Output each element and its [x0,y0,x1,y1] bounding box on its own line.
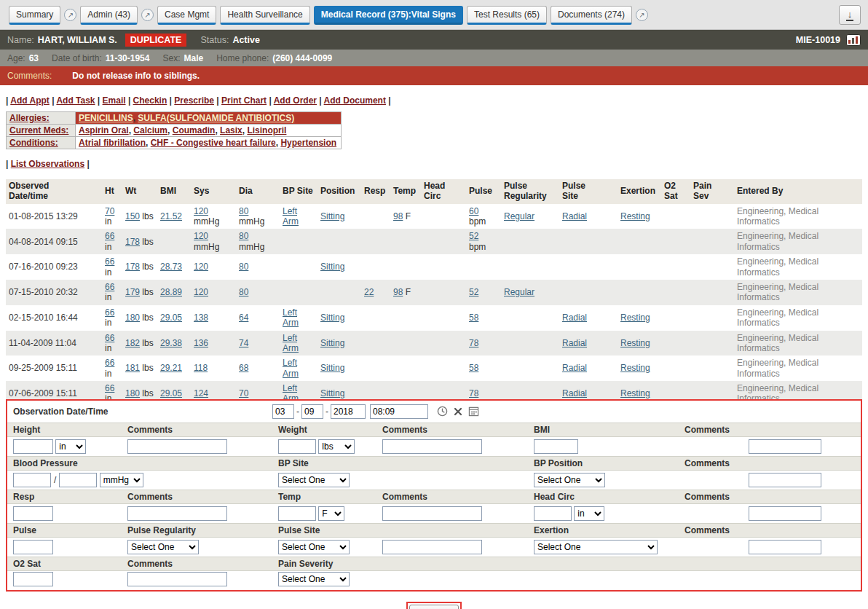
weight-comments-input[interactable] [382,439,482,454]
vital-value-link[interactable]: 74 [239,338,248,348]
exertion-select[interactable]: Select One [534,540,658,554]
vital-value-link[interactable]: 29.05 [160,388,182,398]
vital-value-link[interactable]: 179 [125,287,140,297]
summary-label-conditions[interactable]: Conditions: [9,138,58,148]
vital-value-link[interactable]: 98 [393,211,403,221]
popout-icon-admin-43[interactable]: ↗ [141,9,154,21]
tab-case-mgmt[interactable]: Case Mgmt [157,6,216,25]
vital-value-link[interactable]: 66 [105,256,114,267]
vital-value-link[interactable]: Resting [620,313,650,323]
vital-value-link[interactable]: 182 [125,338,140,348]
height-unit-select[interactable]: in [55,439,86,454]
duplicate-badge[interactable]: DUPLICATE [125,34,187,47]
calendar-icon[interactable] [468,406,479,417]
weight-input[interactable] [278,439,316,454]
vital-value-link[interactable]: 66 [105,358,114,368]
vital-value-link[interactable]: 138 [194,313,208,323]
head-circ-input[interactable] [534,506,572,521]
vital-value-link[interactable]: 98 [393,287,403,297]
summary-label-current-meds[interactable]: Current Meds: [9,125,68,135]
action-link-print-chart[interactable]: Print Chart [221,95,267,106]
temp-unit-select[interactable]: F [318,506,344,521]
action-link-add-order[interactable]: Add Order [274,95,317,106]
obs-date-month-input[interactable] [272,404,294,419]
vital-value-link[interactable]: 180 [125,388,140,398]
vital-value-link[interactable]: 120 [194,262,208,272]
vital-value-link[interactable]: 64 [239,313,248,323]
clock-icon[interactable] [437,406,448,417]
vital-value-link[interactable]: 66 [105,231,114,241]
bp-site-select[interactable]: Select One [278,473,350,487]
bp-diastolic-input[interactable] [59,473,97,487]
vital-value-link[interactable]: 52 [469,287,478,297]
vital-value-link[interactable]: 22 [364,287,374,297]
vital-value-link[interactable]: 58 [469,313,478,323]
popout-icon-summary[interactable]: ↗ [64,9,76,21]
vital-value-link[interactable]: Left Arm [283,333,299,353]
action-link-add-document[interactable]: Add Document [324,95,386,106]
action-link-checkin[interactable]: Checkin [133,95,167,106]
pain-severity-select[interactable]: Select One [278,572,350,586]
vital-value-link[interactable]: Regular [504,211,534,221]
vital-value-link[interactable]: Sitting [320,388,344,398]
vital-value-link[interactable]: 70 [105,206,114,216]
vital-value-link[interactable]: 58 [469,363,478,373]
vital-value-link[interactable]: 120 [194,206,208,216]
current-meds-item-link[interactable]: Calcium [133,125,167,135]
vital-value-link[interactable]: Regular [504,287,534,297]
popout-icon-documents-274[interactable]: ↗ [636,9,648,21]
action-link-email[interactable]: Email [103,95,126,106]
vital-value-link[interactable]: Sitting [320,338,344,348]
vital-value-link[interactable]: 28.89 [160,287,182,297]
obs-time-input[interactable] [370,404,428,419]
vital-value-link[interactable]: Resting [620,363,650,373]
list-observations-link[interactable]: List Observations [11,159,84,169]
vital-value-link[interactable]: Sitting [320,262,344,272]
vital-value-link[interactable]: 29.21 [160,363,182,373]
conditions-item-link[interactable]: Hypertension [280,138,336,148]
pulse-site-select[interactable]: Select One [278,540,350,554]
weight-unit-select[interactable]: lbs [318,439,355,454]
vital-value-link[interactable]: 136 [194,338,208,348]
o2-sat-comments-input[interactable] [127,572,227,586]
vital-value-link[interactable]: Left Arm [283,358,299,378]
action-link-add-appt[interactable]: Add Appt [10,95,50,106]
vital-value-link[interactable]: 80 [239,231,248,241]
resp-comments-input[interactable] [127,506,227,521]
vital-value-link[interactable]: 60 [469,206,478,216]
summary-label-allergies[interactable]: Allergies: [9,113,50,123]
vital-value-link[interactable]: Resting [620,338,650,348]
vital-value-link[interactable]: 52 [469,231,478,241]
tab-admin-43[interactable]: Admin (43) [80,6,138,25]
vital-value-link[interactable]: 78 [469,388,478,398]
pulse-input[interactable] [13,540,53,554]
vital-value-link[interactable]: Sitting [320,211,344,221]
vital-value-link[interactable]: 80 [239,287,248,297]
vital-value-link[interactable]: 178 [125,262,140,272]
allergies-item-link[interactable]: SULFA(SULFONAMIDE ANTIBIOTICS) [138,113,294,123]
vital-value-link[interactable]: Sitting [320,313,344,323]
vital-value-link[interactable]: 29.38 [160,338,182,348]
vital-value-link[interactable]: 28.73 [160,262,182,272]
bp-systolic-input[interactable] [13,473,51,487]
head-circ-unit-select[interactable]: in [574,506,604,521]
vital-value-link[interactable]: 124 [194,388,208,398]
current-meds-item-link[interactable]: Aspirin Oral [79,125,129,135]
conditions-item-link[interactable]: CHF - Congestive heart failure [151,138,276,148]
vital-value-link[interactable]: 118 [194,363,208,373]
vital-value-link[interactable]: Radial [562,338,587,348]
bp-comments-input[interactable] [749,473,821,487]
tab-summary[interactable]: Summary [9,6,60,25]
current-meds-item-link[interactable]: Coumadin [173,125,216,135]
bmi-comments-input[interactable] [749,439,821,454]
vital-value-link[interactable]: 80 [239,262,248,272]
allergies-item-link[interactable]: PENICILLINS [79,113,133,123]
o2-sat-input[interactable] [13,572,53,586]
pulse-comments-input[interactable] [382,540,482,554]
vital-value-link[interactable]: 66 [105,282,114,292]
current-meds-item-link[interactable]: Lisinopril [247,125,286,135]
temp-comments-input[interactable] [382,506,482,521]
action-link-add-task[interactable]: Add Task [56,95,95,106]
vital-value-link[interactable]: Sitting [320,363,344,373]
resp-input[interactable] [13,506,53,521]
